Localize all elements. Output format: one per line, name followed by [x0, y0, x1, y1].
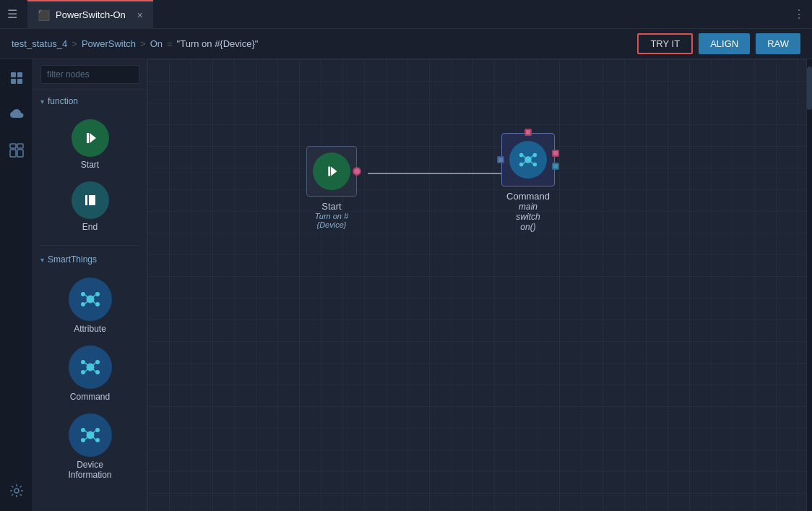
tab-icon: ⬛ — [38, 9, 50, 21]
tab-title: PowerSwitch-On — [56, 9, 126, 20]
svg-point-15 — [95, 302, 100, 306]
right-scrollbar[interactable] — [806, 59, 812, 511]
close-icon[interactable]: × — [137, 9, 143, 21]
start-flow-sublabel: Turn on #{Device} — [306, 212, 357, 229]
svg-point-22 — [95, 360, 100, 364]
device-info-node-icon — [69, 413, 112, 457]
svg-rect-1 — [17, 72, 22, 77]
raw-button[interactable]: RAW — [756, 33, 800, 54]
device-info-node-label: Device Information — [68, 460, 111, 480]
start-node-icon — [72, 119, 109, 157]
nav-settings-icon[interactable] — [5, 479, 28, 502]
sidebar-node-device-information[interactable]: Device Information — [33, 409, 147, 484]
start-output-port[interactable] — [353, 167, 361, 176]
command-node-label: Command — [70, 392, 110, 402]
svg-point-30 — [81, 428, 85, 432]
start-flow-label: Start — [321, 201, 341, 212]
command-flow-node[interactable]: Command main switch on() — [501, 133, 555, 232]
svg-point-33 — [95, 438, 100, 442]
title-bar: ☰ ⬛ PowerSwitch-On × ⋮ — [0, 0, 812, 29]
align-button[interactable]: ALIGN — [699, 33, 750, 54]
icon-bar — [0, 59, 33, 511]
svg-rect-3 — [17, 79, 22, 84]
main-layout: ▾ function Start — [0, 59, 812, 511]
svg-line-47 — [530, 161, 533, 164]
svg-point-14 — [81, 302, 85, 306]
section-smartthings-label: SmartThings — [48, 254, 97, 265]
command-node-icon — [69, 345, 112, 389]
scrollbar-thumb[interactable] — [807, 66, 812, 110]
svg-point-12 — [81, 292, 85, 296]
command-node-circle — [509, 141, 547, 179]
svg-point-21 — [81, 360, 85, 364]
breadcrumb-powerswitch[interactable]: PowerSwitch — [82, 38, 136, 49]
sidebar-search-container — [33, 59, 147, 90]
nav-home-icon[interactable] — [5, 66, 28, 90]
svg-point-43 — [533, 163, 537, 167]
start-node-box — [306, 146, 357, 197]
svg-rect-0 — [11, 72, 16, 77]
svg-point-31 — [95, 428, 100, 432]
start-node-circle — [313, 153, 350, 190]
svg-point-41 — [533, 153, 537, 158]
svg-line-46 — [523, 161, 526, 164]
search-input[interactable] — [40, 65, 139, 84]
svg-rect-7 — [17, 150, 23, 157]
command-label-line3: on() — [506, 222, 550, 232]
breadcrumb-sep1: > — [72, 38, 77, 49]
more-icon[interactable]: ⋮ — [793, 7, 805, 21]
sidebar: ▾ function Start — [33, 59, 147, 511]
end-node-label: End — [82, 222, 98, 232]
command-top-port[interactable] — [524, 129, 532, 136]
command-label-line2: switch — [506, 212, 550, 222]
svg-line-45 — [530, 155, 533, 158]
command-right-port-bottom[interactable] — [552, 163, 559, 170]
breadcrumb-bar: test_status_4 > PowerSwitch > On = "Turn… — [0, 29, 812, 59]
nav-cloud-icon[interactable] — [5, 103, 28, 126]
sidebar-divider — [40, 245, 139, 246]
command-node-box — [501, 133, 555, 186]
canvas-area[interactable]: Start Turn on #{Device} — [147, 59, 806, 511]
svg-point-8 — [14, 489, 19, 493]
svg-line-44 — [523, 155, 526, 158]
svg-rect-2 — [11, 79, 16, 84]
svg-rect-5 — [17, 144, 23, 148]
command-label-line1: main — [506, 202, 550, 212]
breadcrumb-on[interactable]: On — [150, 38, 163, 49]
command-label-title: Command — [506, 191, 550, 202]
breadcrumb-sep2: > — [140, 38, 146, 49]
sidebar-node-end[interactable]: End — [33, 177, 147, 236]
menu-icon[interactable]: ☰ — [7, 7, 17, 21]
command-right-port-top[interactable] — [552, 150, 559, 157]
section-function-label: function — [48, 96, 78, 106]
start-flow-node[interactable]: Start Turn on #{Device} — [306, 146, 357, 229]
function-nodes: Start End — [33, 109, 147, 242]
canvas-grid — [147, 59, 806, 511]
sidebar-node-start[interactable]: Start — [33, 115, 147, 174]
try-it-button[interactable]: TRY IT — [637, 33, 693, 54]
command-flow-text: Command main switch on() — [506, 191, 550, 232]
breadcrumb-actions: TRY IT ALIGN RAW — [637, 33, 800, 54]
nav-grid-icon[interactable] — [5, 139, 28, 162]
svg-point-13 — [95, 292, 100, 296]
svg-point-42 — [519, 163, 524, 167]
svg-rect-6 — [10, 150, 16, 157]
section-smartthings[interactable]: ▾ SmartThings — [33, 249, 147, 267]
command-input-port[interactable] — [497, 156, 504, 163]
section-smartthings-arrow: ▾ — [40, 256, 44, 264]
title-tab[interactable]: ⬛ PowerSwitch-On × — [27, 0, 153, 29]
section-function-arrow: ▾ — [40, 98, 44, 106]
breadcrumb-equals: = — [167, 38, 173, 49]
breadcrumb-value: "Turn on #{Device}" — [177, 38, 259, 49]
attribute-node-label: Attribute — [74, 324, 106, 334]
smartthings-nodes: Attribute Command — [33, 267, 147, 490]
svg-point-32 — [81, 438, 85, 442]
svg-point-23 — [81, 370, 85, 374]
sidebar-node-command[interactable]: Command — [33, 341, 147, 406]
svg-rect-4 — [10, 144, 16, 148]
section-function[interactable]: ▾ function — [33, 90, 147, 109]
sidebar-node-attribute[interactable]: Attribute — [33, 273, 147, 338]
breadcrumb-test[interactable]: test_status_4 — [12, 38, 67, 49]
start-node-label: Start — [81, 160, 99, 170]
attribute-node-icon — [69, 278, 112, 321]
